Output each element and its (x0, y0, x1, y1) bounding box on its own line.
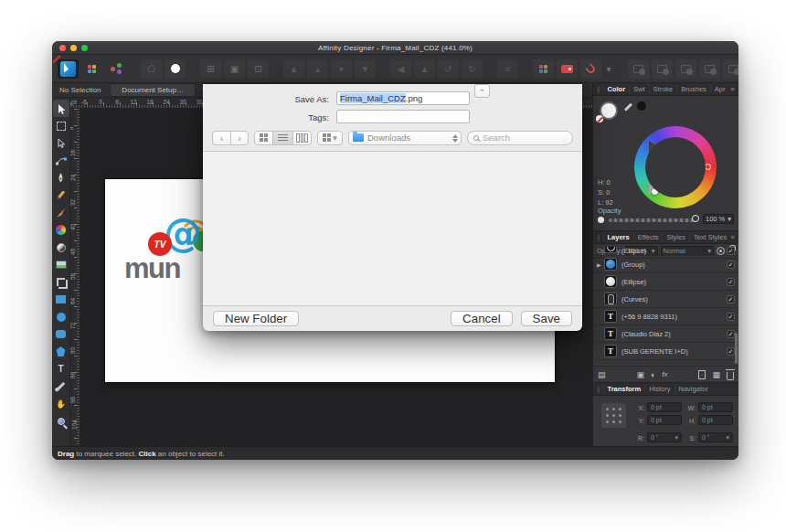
point-transform-tool[interactable] (53, 152, 69, 169)
color-eyedropper-icon[interactable] (624, 103, 632, 112)
visibility-checkbox[interactable]: ✓ (727, 278, 735, 286)
polygon-tool[interactable] (53, 343, 69, 360)
forward-button[interactable]: › (230, 131, 249, 145)
tags-input[interactable] (336, 110, 470, 123)
panel-grip[interactable]: ∥ (597, 86, 600, 93)
icon-view-button[interactable] (254, 131, 273, 145)
layer-row[interactable]: T (SUB GERENTE I+D) ✓ (593, 343, 738, 360)
layer-row[interactable]: T (Claudio Diaz 2) ✓ (593, 325, 738, 343)
search-field[interactable]: Search (467, 131, 573, 145)
color-wheel[interactable] (634, 126, 717, 208)
vector-crop-tool[interactable] (53, 273, 69, 291)
list-view-button[interactable] (273, 131, 292, 145)
file-browser-area[interactable] (203, 151, 582, 306)
boolean-combine-button[interactable] (723, 59, 738, 79)
artboard-tool[interactable] (53, 117, 69, 134)
badge-icon[interactable] (165, 59, 186, 79)
h-input[interactable]: 0 pt (698, 415, 733, 425)
text-tool[interactable]: T (53, 360, 69, 378)
vector-brush-tool[interactable] (53, 204, 69, 221)
document-setup-button[interactable]: Document Setup… (110, 83, 196, 97)
color-triangle[interactable] (649, 140, 704, 195)
opacity-slider[interactable] (609, 218, 696, 222)
color-picker-tool[interactable] (53, 378, 69, 395)
boolean-subtract-button[interactable] (652, 59, 673, 79)
tab-styles[interactable]: Styles (662, 233, 688, 241)
layer-row[interactable]: ▶ (Group) ✓ (593, 256, 738, 273)
rounded-rectangle-tool[interactable] (53, 325, 69, 343)
alignment-button[interactable]: ≡ (497, 59, 518, 79)
snap-bounds-icon[interactable]: ▣ (224, 59, 245, 79)
layer-row[interactable]: (Curves) ✓ (593, 291, 738, 308)
visibility-checkbox[interactable]: ✓ (727, 330, 735, 338)
view-tool[interactable]: ✋ (53, 395, 69, 412)
y-input[interactable]: 0 pt (647, 415, 682, 425)
rotate-ccw-button[interactable]: ↺ (438, 59, 459, 79)
boolean-divide-button[interactable] (699, 59, 720, 79)
w-input[interactable]: 0 pt (698, 402, 733, 412)
tab-navigator[interactable]: Navigator (674, 385, 712, 393)
action-menu-button[interactable]: ▾ (317, 131, 343, 145)
panel-grip[interactable]: ∥ (597, 386, 600, 393)
x-input[interactable]: 0 pt (647, 402, 682, 412)
rectangle-tool[interactable] (53, 291, 69, 308)
adjustment-icon[interactable]: ◐ (651, 370, 655, 379)
panel-handle-icon[interactable]: ⋮ (730, 410, 736, 418)
insert-target-button[interactable] (557, 59, 578, 79)
zoom-tool[interactable] (53, 412, 69, 430)
panel-menu-icon[interactable]: ≡ (731, 233, 735, 241)
saturation-marker[interactable] (652, 188, 658, 195)
trash-icon[interactable] (727, 372, 734, 380)
tab-effects[interactable]: Effects (633, 233, 663, 241)
move-forward-button[interactable]: ▴ (307, 59, 328, 79)
rotation-dropdown[interactable]: 0 °▾ (647, 432, 682, 442)
visibility-checkbox[interactable]: ✓ (727, 247, 735, 255)
visibility-checkbox[interactable]: ✓ (727, 313, 735, 321)
stack-icon[interactable]: ▤ (598, 370, 606, 379)
tab-swatches[interactable]: Swt (629, 85, 649, 93)
stroke-swatch[interactable] (637, 101, 646, 111)
snap-grid-icon[interactable]: ⊞ (200, 59, 221, 79)
visibility-checkbox[interactable]: ✓ (727, 295, 735, 303)
ellipse-tool[interactable] (53, 308, 69, 325)
tab-brushes[interactable]: Brushes (676, 85, 710, 93)
rotate-cw-button[interactable]: ↻ (462, 59, 483, 79)
move-to-back-button[interactable]: ▼ (355, 59, 376, 79)
panel-menu-icon[interactable]: ≡ (731, 85, 735, 93)
flip-horizontal-button[interactable]: ◀ (390, 59, 411, 79)
filename-input[interactable]: Firma_Mail_CDZ .png (336, 91, 470, 105)
fx-icon[interactable]: fx (662, 370, 667, 378)
flip-vertical-button[interactable]: ▲ (414, 59, 435, 79)
no-fill-indicator[interactable] (596, 115, 603, 122)
tab-stroke[interactable]: Stroke (649, 85, 677, 93)
snap-transform-icon[interactable]: ⊡ (248, 59, 269, 79)
mask-layer-icon[interactable]: ▣ (636, 370, 644, 379)
tab-appearance[interactable]: Apr (710, 85, 729, 93)
expand-arrow-icon[interactable]: ▶ (597, 261, 604, 268)
pencil-tool[interactable] (53, 186, 69, 204)
tab-text-styles[interactable]: Text Styles (689, 233, 730, 241)
layers-scrollbar[interactable] (735, 333, 738, 364)
shield-icon[interactable]: ⬠ (141, 59, 162, 79)
cancel-button[interactable]: Cancel (451, 311, 513, 326)
location-dropdown[interactable]: Downloads (348, 131, 462, 145)
tab-transform[interactable]: Transform (603, 385, 645, 393)
move-backward-button[interactable]: ▾ (331, 59, 352, 79)
snapping-options-button[interactable]: ▾ (604, 59, 613, 79)
opacity-value-dropdown[interactable]: 100 % ▾ (703, 214, 734, 224)
visibility-checkbox[interactable]: ✓ (727, 261, 735, 269)
snapping-toggle-button[interactable] (580, 59, 601, 79)
transparency-tool[interactable] (53, 239, 69, 256)
new-layer-icon[interactable] (698, 370, 706, 379)
title-bar[interactable]: Affinity Designer - Firma_Mail_CDZ (441.… (52, 41, 738, 55)
anchor-point-selector[interactable] (601, 403, 626, 428)
move-to-front-button[interactable]: ▲ (283, 59, 304, 79)
grid-icon[interactable]: ▦ (712, 370, 720, 379)
designer-persona-button[interactable] (58, 59, 79, 79)
save-button[interactable]: Save (521, 311, 572, 326)
boolean-add-button[interactable] (628, 59, 649, 79)
tab-history[interactable]: History (644, 385, 674, 393)
visibility-checkbox[interactable]: ✓ (727, 347, 735, 356)
move-tool[interactable] (53, 100, 69, 117)
opacity-slider-knob[interactable] (692, 215, 699, 222)
